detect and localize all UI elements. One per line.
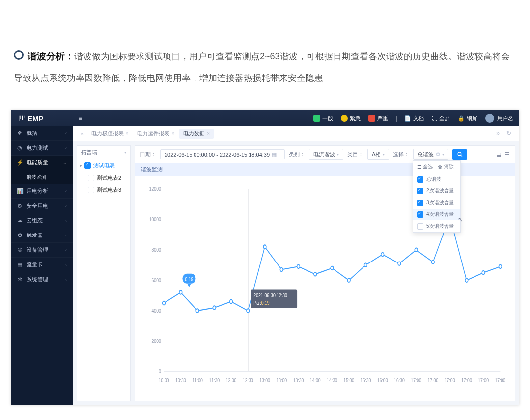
sidebar-item[interactable]: ✲系统管理‹ [11,272,73,287]
dropdown-item[interactable]: 4次谐波含量↖ [413,209,460,220]
menu-toggle-icon[interactable]: ≡ [73,115,87,122]
checkbox[interactable] [417,176,423,183]
svg-marker-57 [187,284,191,288]
svg-text:13:00: 13:00 [276,377,287,383]
close-icon[interactable]: × [171,131,174,136]
bell-icon [313,115,320,122]
tree-node[interactable]: 测试电表2 [77,172,130,184]
sidebar-item[interactable]: ☁云组态‹ [11,213,73,228]
checkbox[interactable] [417,223,423,230]
caret-icon: ▸ [80,163,82,168]
harmonic-select[interactable]: 总谐波 ✿ ▾ [413,149,448,160]
select-all-button[interactable]: ☰ 全选 [417,163,433,170]
topbar: EMP ≡ 一般紧急严重 | 📄文档⛶全屏🔒锁屏 用户名 [11,110,519,126]
topbar-action[interactable]: ⛶全屏 [432,115,450,122]
sidebar-item[interactable]: ◔电力测试‹ [11,141,73,156]
sidebar: ❖概括‹◔电力测试‹⚡电能质量⌄谐波监测📊用电分析‹⚙安全用电‹☁云组态‹✿触发… [11,126,73,405]
svg-point-31 [163,301,166,305]
svg-point-41 [331,266,334,270]
tree-node[interactable]: 测试电表3 [77,184,130,196]
logo-icon [18,114,26,122]
tab[interactable]: 电力运件报表× [133,129,178,139]
svg-text:14:30: 14:30 [327,377,337,383]
checkbox[interactable] [417,211,423,218]
user-name[interactable]: 用户名 [497,115,513,122]
svg-point-32 [179,290,182,294]
svg-text:8000: 8000 [151,247,161,253]
chart-view-icon[interactable]: ⬓ [496,151,501,158]
chevron-icon: ‹ [65,277,67,282]
date-range-input[interactable]: 2022-06-15 00:00:00 - 2022-06-15 18:04:3… [160,149,285,159]
description-paragraph: 谐波分析：谐波做为国标要求测试项目，用户可查看监测点2~63谐波，可根据日期查看… [0,0,530,89]
type2-select[interactable]: A相 ▾ [367,149,389,160]
sidebar-icon: ✿ [17,232,23,238]
type1-select[interactable]: 电流谐波 ▾ [309,149,343,160]
tab[interactable]: 电力数据× [179,129,214,139]
tree-node[interactable]: ▸测试电表 [77,159,130,172]
svg-text:17:00: 17:00 [478,377,489,383]
filter-bar: 日期： 2022-06-15 00:00:00 - 2022-06-15 18:… [135,146,515,163]
topbar-action[interactable]: 📄文档 [404,115,424,122]
chevron-icon: ‹ [65,204,67,209]
sidebar-item[interactable]: ✇设备管理‹ [11,243,73,258]
dropdown-item[interactable]: 2次谐波含量 [413,185,460,197]
close-icon[interactable]: × [207,131,210,136]
svg-text:15:00: 15:00 [343,377,354,383]
sidebar-icon: ⚡ [17,159,23,166]
dropdown-item[interactable]: 5次谐波含量 [413,220,460,232]
sidebar-item[interactable]: ❖概括‹ [11,126,73,141]
sidebar-item[interactable]: ⚡电能质量⌄ [11,156,73,170]
svg-text:2000: 2000 [151,338,161,344]
sidebar-subitem[interactable]: 谐波监测 [11,170,73,184]
svg-text:12:00: 12:00 [226,377,237,383]
sidebar-icon: ❖ [17,130,23,136]
svg-text:10:00: 10:00 [159,377,169,383]
main-area: « 电力极值报表×电力运件报表×电力数据× » ↻ 拓普瑞▾ ▸测试电表测试电表… [73,126,519,405]
svg-point-51 [499,265,502,269]
clear-button[interactable]: 🗑 清除 [438,163,454,170]
svg-text:10000: 10000 [149,216,161,222]
list-view-icon[interactable]: ☰ [505,151,510,158]
close-icon[interactable]: × [126,131,129,136]
chevron-icon: ⌄ [63,160,67,165]
svg-point-50 [482,271,485,275]
svg-text:0.19: 0.19 [185,276,193,282]
action-icon: ⛶ [432,115,437,121]
svg-text:12:30: 12:30 [243,377,253,383]
checkbox[interactable] [417,200,423,206]
tabs-prev-icon[interactable]: « [78,131,86,136]
sidebar-item[interactable]: ⚙安全用电‹ [11,199,73,213]
chevron-icon: ‹ [65,233,67,238]
search-button[interactable] [452,149,467,160]
tree-header[interactable]: 拓普瑞▾ [77,146,130,159]
svg-point-42 [347,278,350,282]
tabs-next-icon[interactable]: » [493,130,502,137]
tabs-refresh-icon[interactable]: ↻ [503,130,514,137]
svg-point-0 [458,152,461,156]
chart-panel: 日期： 2022-06-15 00:00:00 - 2022-06-15 18:… [135,145,515,401]
type1-label: 类别： [289,151,305,158]
sidebar-icon: 📊 [17,188,23,194]
topbar-action[interactable]: 🔒锁屏 [458,115,477,122]
alert-g[interactable]: 一般 [313,115,333,122]
dropdown-item[interactable]: 总谐波 [413,173,460,185]
svg-point-36 [247,309,250,313]
tab[interactable]: 电力极值报表× [87,129,133,139]
alert-r[interactable]: 严重 [368,115,388,122]
checkbox[interactable] [417,188,423,194]
sidebar-item[interactable]: ✿触发器‹ [11,228,73,243]
sidebar-item[interactable]: 📊用电分析‹ [11,184,73,199]
alert-y[interactable]: 紧急 [341,115,361,122]
sidebar-item[interactable]: ▤流量卡‹ [11,258,73,272]
user-avatar[interactable] [485,114,494,123]
svg-point-38 [280,268,283,272]
chevron-down-icon: ▾ [337,152,339,157]
sidebar-icon: ✲ [17,276,23,283]
checkbox[interactable] [88,175,94,181]
dropdown-item[interactable]: 3次谐波含量 [413,197,460,209]
checkbox[interactable] [84,162,91,169]
checkbox[interactable] [88,187,94,193]
svg-text:4000: 4000 [151,308,161,314]
search-icon [457,151,463,158]
device-tree-panel: 拓普瑞▾ ▸测试电表测试电表2测试电表3 [77,145,131,401]
